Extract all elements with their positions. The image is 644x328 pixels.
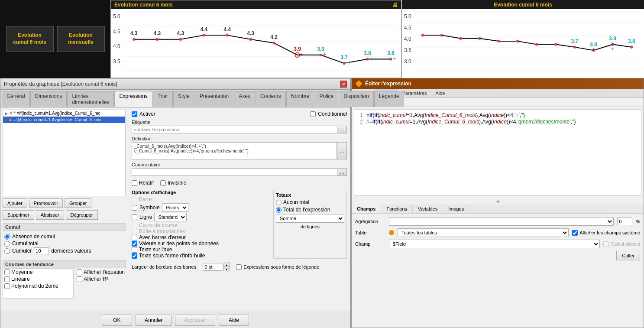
coller-btn[interactable]: Coller	[616, 251, 640, 260]
total-expression-radio[interactable]	[276, 207, 282, 213]
code-editor-area[interactable]: 1 =if(if(indic_cumul=1,Avg(Indice_Cumul_…	[354, 109, 641, 196]
activer-check[interactable]	[132, 111, 137, 117]
tab-limites[interactable]: Limites dimensionnelles	[67, 91, 114, 107]
cumuler-spin[interactable]	[34, 247, 49, 254]
abaisser-btn[interactable]: Abaisser	[36, 210, 64, 220]
svg-point-6	[156, 38, 159, 41]
tab-style[interactable]: Style	[173, 91, 194, 107]
print-icon[interactable]: 🖨	[392, 2, 398, 8]
etiquette-input[interactable]	[132, 126, 337, 133]
tab-trier[interactable]: Trier	[153, 91, 173, 107]
aide-btn[interactable]: Aide	[219, 315, 249, 326]
commentaire-browse-btn[interactable]: …	[337, 168, 347, 176]
tab-couleurs[interactable]: Couleurs	[256, 91, 286, 107]
totaux-radio-group: Aucun total Total de l'expression	[276, 199, 344, 213]
tab-expressions[interactable]: Expressions	[114, 91, 152, 107]
courbe-lineaire-check[interactable]	[4, 276, 10, 282]
invisible-check[interactable]	[160, 180, 166, 186]
menu-aide[interactable]: Aide	[431, 89, 450, 97]
tab-variables[interactable]: Variables	[413, 205, 443, 213]
tab-dimensions[interactable]: Dimensions	[30, 91, 67, 107]
etiquette-label: Étiquette	[132, 120, 347, 125]
barres-erreur-check[interactable]	[132, 235, 137, 240]
svg-text:+: +	[611, 46, 614, 52]
largeur-input[interactable]	[203, 263, 222, 271]
supprimer-btn[interactable]: Supprimer	[3, 210, 34, 220]
tab-presentation[interactable]: Présentation	[195, 91, 233, 107]
svg-text:4.4: 4.4	[200, 26, 207, 32]
svg-text:+: +	[592, 46, 595, 52]
absence-cumul-radio[interactable]	[4, 234, 10, 240]
symbole-check[interactable]	[132, 205, 137, 211]
agregation-select[interactable]	[389, 217, 614, 226]
show-equation-check[interactable]	[77, 270, 82, 275]
right-chart-title: Evolution cumul 6 mois	[402, 0, 644, 9]
svg-point-40	[421, 34, 424, 36]
courbe-moyenne-check[interactable]	[4, 270, 10, 275]
totaux-select[interactable]: Somme	[276, 214, 344, 223]
tab-axes[interactable]: Axes	[234, 91, 255, 107]
definition-textarea[interactable]: _Cumul_6_mois),Avg(Indice))<4,'+','') e_…	[132, 142, 337, 159]
left-chart-title: Evolution cumul 6 mois 🖨	[111, 0, 401, 9]
texte-axe-check[interactable]	[132, 247, 137, 253]
largeur-section: Largeur de bordure des barres	[132, 264, 196, 270]
courbe-polynomial: Polynomial du 2ème	[3, 283, 73, 289]
invisible-row: Invisible	[160, 180, 186, 186]
cumuler-radio[interactable]	[4, 248, 10, 254]
annuler-btn[interactable]: Annuler	[136, 315, 172, 326]
largeur-up-btn[interactable]: ▲	[223, 263, 230, 267]
expressions-legende-check[interactable]	[236, 264, 242, 270]
appliquer-btn[interactable]: Appliquer	[175, 315, 215, 326]
evolution-cumul-btn[interactable]: Evolution cumul 6 mois	[6, 26, 54, 52]
editor-icon: 🔶	[355, 80, 362, 87]
degrouper-btn[interactable]: Dégrouper	[66, 210, 98, 220]
conditionnel-check[interactable]	[310, 111, 316, 117]
ajouter-btn[interactable]: Ajouter	[3, 198, 27, 208]
svg-point-43	[478, 37, 481, 39]
ligne-row: Ligne Standard	[132, 213, 269, 221]
tab-police[interactable]: Police	[315, 91, 339, 107]
commentaire-input[interactable]	[132, 168, 337, 176]
champ-select[interactable]: $Field	[389, 240, 600, 248]
definition-input-row: _Cumul_6_mois),Avg(Indice))<4,'+','') e_…	[132, 142, 347, 159]
tab-images[interactable]: Images	[443, 205, 469, 213]
etiquette-browse-btn[interactable]: …	[337, 126, 347, 133]
ligne-check[interactable]	[132, 214, 137, 220]
aucun-total-radio[interactable]	[276, 200, 282, 205]
expression-tree: ▶ ✕ * =if(indic_cumul=1,Avg(Indice_Cumul…	[3, 110, 126, 196]
svg-text:4.3: 4.3	[130, 30, 137, 36]
texte-axe-row: Texte sur l'axe	[132, 247, 269, 253]
tab-legende[interactable]: Légende	[374, 91, 404, 107]
tab-nombre[interactable]: Nombre	[286, 91, 314, 107]
afficher-systeme-check[interactable]	[572, 230, 578, 236]
code-line-2: 2 //=if(if(indic_cumul=1,Avg(Indice_Cumu…	[356, 119, 639, 125]
ligne-select[interactable]: Standard	[154, 213, 187, 221]
relatif-check[interactable]	[132, 180, 137, 186]
courbe-polynomial-check[interactable]	[4, 283, 10, 289]
grouper-btn[interactable]: Grouper	[65, 198, 91, 208]
evolution-mensuelle-btn[interactable]: Evolution mensuelle	[57, 26, 105, 52]
texte-info-check[interactable]	[132, 253, 137, 259]
agregation-value[interactable]	[617, 218, 632, 225]
tree-item-1[interactable]: ▶ ● =if(if(indic_cumul=1,Avg(Indice_Cumu…	[3, 117, 125, 123]
tab-fonctions[interactable]: Fonctions	[381, 205, 413, 213]
right-expression-panel: Activer Conditionnel Étiquette …	[128, 107, 350, 311]
valeurs-points-check[interactable]	[132, 241, 137, 247]
tab-general[interactable]: Général	[2, 91, 30, 107]
svg-point-47	[554, 43, 557, 45]
largeur-down-btn[interactable]: ▼	[223, 267, 230, 271]
tree-item-0[interactable]: ▶ ✕ * =if(indic_cumul=1,Avg(Indice_Cumul…	[3, 110, 125, 117]
tab-disposition[interactable]: Disposition	[339, 91, 374, 107]
cumul-total-radio[interactable]	[4, 241, 10, 247]
table-select[interactable]: Toutes les tables	[398, 228, 569, 237]
tab-champs[interactable]: Champs	[352, 205, 381, 213]
definition-browse-btn[interactable]: …	[337, 142, 347, 159]
symbole-select[interactable]: Points	[162, 203, 188, 212]
svg-text:+: +	[393, 55, 396, 62]
ok-btn[interactable]: OK	[102, 315, 132, 326]
svg-text:4.3: 4.3	[153, 30, 161, 36]
promouvoir-btn[interactable]: Promouvoir	[29, 198, 63, 208]
texte-info-row: Texte sous forme d'info-bulle	[132, 253, 269, 259]
show-r2-check[interactable]	[77, 276, 82, 282]
dialog-close-button[interactable]: ✕	[340, 81, 347, 88]
